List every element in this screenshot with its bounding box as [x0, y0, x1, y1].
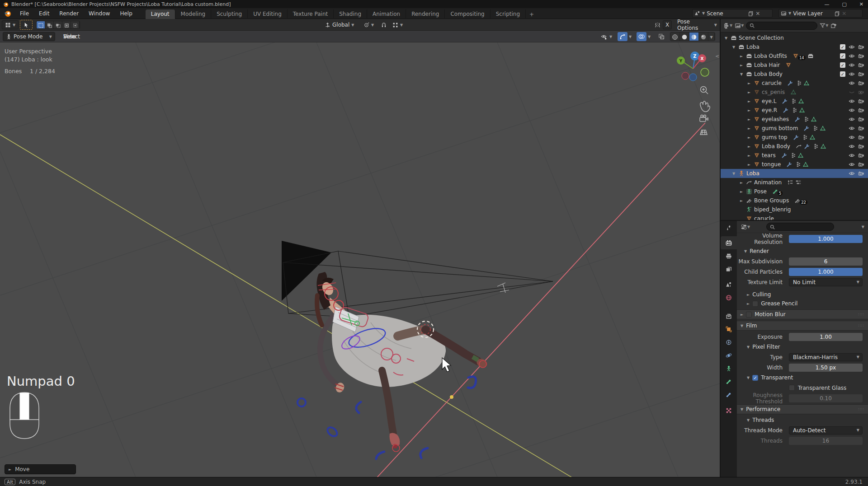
minimize-button[interactable]: —: [824, 1, 829, 7]
camera[interactable]: [858, 116, 864, 122]
mode-dropdown[interactable]: Pose Mode ▼: [3, 32, 55, 41]
blender-menu-icon[interactable]: [4, 9, 11, 17]
exclude-checkbox[interactable]: ✓: [840, 44, 845, 50]
dropdown-type[interactable]: Blackman-Harris▼: [789, 353, 863, 361]
expand-icon[interactable]: ▼: [731, 45, 736, 49]
camera[interactable]: [858, 170, 864, 177]
shading-solid-button[interactable]: [680, 33, 689, 41]
mirror-x-toggle[interactable]: X: [663, 20, 672, 29]
active-tool-select-box[interactable]: [20, 20, 33, 30]
outliner-row-tears[interactable]: ►tears: [721, 151, 868, 160]
menu-file[interactable]: File: [15, 8, 34, 19]
gizmos-toggle[interactable]: [618, 32, 627, 41]
expand-icon[interactable]: ►: [739, 63, 744, 67]
slider-volume-resolution[interactable]: 1.000: [789, 235, 863, 243]
outliner-row-cs-penis[interactable]: ►cs_penis: [721, 88, 868, 97]
expand-icon[interactable]: ▼: [723, 36, 729, 40]
dropdown-threads-mode[interactable]: Auto-Detect▼: [789, 426, 863, 435]
outliner-row-loba-hair[interactable]: ►Loba Hair✓: [721, 61, 868, 70]
workspace-tab-animation[interactable]: Animation: [367, 9, 406, 19]
character-model[interactable]: [316, 272, 488, 449]
eye[interactable]: [849, 71, 855, 77]
outliner-filter-image-dropdown[interactable]: ▼: [735, 23, 744, 29]
expand-icon[interactable]: ►: [746, 136, 752, 140]
eye[interactable]: [849, 53, 855, 59]
properties-tab-constraints[interactable]: [721, 336, 737, 349]
outliner-row-loba-body[interactable]: ►Loba Body: [721, 142, 868, 151]
chevron-down-icon[interactable]: ▼: [648, 35, 651, 39]
slider-child-particles[interactable]: 1.000: [789, 268, 863, 276]
prop-performance[interactable]: ▼Performance∷∷: [737, 404, 868, 414]
shading-rendered-button[interactable]: [699, 33, 708, 41]
camera[interactable]: [858, 134, 864, 140]
add-workspace-button[interactable]: +: [526, 10, 538, 19]
shading-dropdown[interactable]: ▼: [708, 33, 715, 41]
camera[interactable]: [858, 80, 864, 86]
expand-icon[interactable]: ▼: [739, 72, 744, 76]
field-exposure[interactable]: 1.00: [789, 333, 863, 341]
scene-selector[interactable]: ▼ Scene ✕: [692, 9, 773, 18]
expand-icon[interactable]: ►: [746, 117, 752, 122]
expand-icon[interactable]: ►: [746, 154, 752, 158]
remove-view-layer-icon[interactable]: ✕: [842, 10, 846, 17]
expand-icon[interactable]: ►: [746, 145, 752, 149]
checkbox[interactable]: [789, 385, 795, 391]
viewport-3d[interactable]: ▼ Global ▼ ▼: [0, 19, 720, 477]
properties-options-dropdown[interactable]: ▼: [862, 225, 864, 229]
close-button[interactable]: ✕: [859, 1, 863, 7]
outliner-row-tongue[interactable]: ►tongue: [721, 160, 868, 169]
outliner-filter-dropdown[interactable]: ▼: [820, 23, 828, 28]
outliner-row-eye-l[interactable]: ►eye.L: [721, 97, 868, 106]
new-view-layer-icon[interactable]: [835, 11, 840, 16]
outliner-display-mode-dropdown[interactable]: ▼: [723, 23, 732, 29]
dropdown-texture-limit[interactable]: No Limit▼: [789, 278, 863, 286]
new-scene-icon[interactable]: [748, 11, 754, 16]
eye[interactable]: [849, 143, 855, 150]
prop-threads[interactable]: ▼Threads: [737, 416, 868, 425]
viewport-menu-pose[interactable]: Pose: [59, 31, 80, 42]
exclude-checkbox[interactable]: ✓: [840, 53, 845, 59]
eye[interactable]: [849, 107, 855, 113]
menu-window[interactable]: Window: [84, 8, 115, 19]
new-collection-button[interactable]: [830, 23, 837, 29]
outliner-row-loba-body[interactable]: ▼Loba Body✓: [721, 70, 868, 79]
select-mode-lasso[interactable]: [62, 21, 71, 29]
properties-tab-object[interactable]: [721, 322, 737, 336]
editor-type-button[interactable]: ▼: [2, 20, 19, 29]
pivot-point-dropdown[interactable]: ▼: [361, 20, 377, 29]
camera[interactable]: [858, 44, 864, 50]
properties-tab-texture[interactable]: [721, 404, 737, 417]
properties-tab-physics[interactable]: [721, 349, 737, 362]
expand-icon[interactable]: ▼: [731, 172, 736, 176]
outliner-row-pose[interactable]: ►Pose5: [721, 187, 868, 196]
outliner-row-animation[interactable]: ►Animation: [721, 178, 868, 187]
workspace-tab-scripting[interactable]: Scripting: [491, 9, 526, 19]
eye[interactable]: [849, 125, 855, 131]
camera-off[interactable]: [858, 89, 864, 95]
eye[interactable]: [849, 134, 855, 140]
expand-icon[interactable]: ►: [739, 199, 744, 203]
properties-search-input[interactable]: [766, 223, 834, 231]
properties-tab-object-data[interactable]: [721, 362, 737, 375]
camera[interactable]: [858, 98, 864, 104]
snap-toggle[interactable]: [379, 20, 389, 29]
outliner-search-input[interactable]: [746, 22, 817, 30]
properties-editor-type-dropdown[interactable]: ▼: [741, 224, 750, 230]
outliner-row-gums-bottom[interactable]: ►gums bottom: [721, 124, 868, 133]
outliner-row-eyelashes[interactable]: ►eyelashes: [721, 115, 868, 124]
properties-tab-scene[interactable]: [721, 278, 737, 291]
properties-tab-render[interactable]: [721, 236, 737, 249]
prop-culling[interactable]: ►Culling: [737, 290, 868, 299]
prop-pixel-filter[interactable]: ▼Pixel Filter: [737, 342, 868, 351]
expand-icon[interactable]: ►: [739, 54, 744, 58]
shading-material-button[interactable]: [689, 33, 699, 41]
expand-icon[interactable]: ►: [746, 99, 752, 103]
properties-tab-world[interactable]: [721, 291, 737, 304]
eye[interactable]: [849, 98, 855, 104]
outliner-row-scene-collection[interactable]: ▼Scene Collection: [721, 33, 868, 42]
field-width[interactable]: 1.50 px: [789, 364, 863, 372]
properties-tab-view-layer[interactable]: [721, 262, 737, 276]
camera[interactable]: [858, 143, 864, 150]
workspace-tab-uv-editing[interactable]: UV Editing: [248, 9, 288, 19]
outliner-row-loba[interactable]: ▼Loba: [721, 169, 868, 178]
